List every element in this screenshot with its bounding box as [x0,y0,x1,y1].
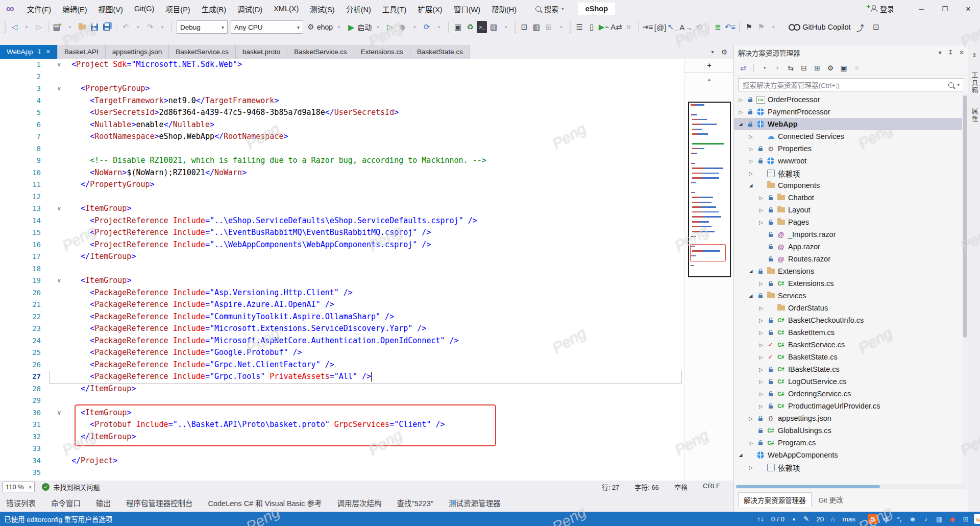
code-line-6[interactable]: 6 <Nullable>enable</Nullable> [0,119,684,131]
vertical-tab-2[interactable]: 属性 [970,108,979,123]
tree-item-Properties[interactable]: ▷⚙Properties [734,142,968,155]
tree-item-ConnectedServices[interactable]: ▷☁Connected Services [734,130,968,142]
bottom-tab-4[interactable]: 程序包管理器控制台 [126,497,193,508]
solution-name-badge[interactable]: eShop [578,3,615,15]
document-tab-8[interactable]: BasketState.cs [410,45,470,59]
pending-edits-icon[interactable]: ✎ [803,515,809,523]
tray-fox-icon[interactable]: ω [974,514,980,524]
expander-collapsed-icon[interactable]: ▷ [757,354,765,360]
expander-collapsed-icon[interactable]: ▷ [747,158,754,164]
line-indicator[interactable]: 行: 27 [602,482,620,492]
sign-in-button[interactable]: + 登录 [864,4,894,14]
terminal-icon[interactable]: >_ [477,21,487,33]
tree-item-WebApp[interactable]: ◢WebApp [734,118,968,130]
startup-project-caret-icon[interactable]: ▾ [333,21,345,33]
tree-item-ProductImageUrlProvider.cs[interactable]: ▷C#ProductImageUrlProvider.cs [734,400,968,412]
document-tab-1[interactable]: WebApp↧✕ [0,45,58,59]
menu-item-4[interactable]: Git(G) [129,0,160,17]
tree-item-[interactable]: ▷依赖项 [734,167,968,179]
search-box[interactable]: 搜索 ▾ [535,4,564,14]
code-line-2[interactable]: 2 [0,71,684,83]
document-tab-2[interactable]: Basket.API [58,45,106,59]
maximize-button[interactable]: ❐ [933,0,957,17]
expander-expanded-icon[interactable]: ◢ [737,122,744,127]
navigate-back-caret-icon[interactable]: ▾ [21,21,32,33]
expander-collapsed-icon[interactable]: ▷ [747,146,754,152]
tree-item-PaymentProcessor[interactable]: ▷PaymentProcessor [734,106,968,118]
fold-chevron-icon[interactable]: ∨ [54,59,64,71]
bottom-tab-3[interactable]: 输出 [96,497,111,508]
github-copilot-button[interactable]: GitHub Copilot ⤴ ⊡ [789,21,882,33]
code-line-16[interactable]: 16 <ProjectReference Include="..\WebAppC… [0,239,684,251]
expander-expanded-icon[interactable]: ◢ [747,269,754,274]
navigate-forward-icon[interactable]: ▷ [33,21,44,33]
restart-caret-icon[interactable]: ▾ [433,21,445,33]
new-project-caret-icon[interactable]: ▾ [64,21,76,33]
tree-item-OrderStatus[interactable]: ▷OrderStatus [734,302,968,314]
tray-punct-icon[interactable]: °, [894,514,904,524]
sync-caret-icon[interactable]: ▲ [792,516,796,521]
tree-item-GlobalUsings.cs[interactable]: C#GlobalUsings.cs [734,424,968,437]
undo-icon[interactable]: ↶ [120,21,131,33]
window-menu-icon[interactable]: ▾ [939,49,942,56]
tree-item-wwwroot[interactable]: ▷wwwroot [734,155,968,167]
tray-emoji-icon[interactable]: ☻ [908,514,918,524]
switch-views-icon[interactable]: ⇄ [738,62,749,74]
monitor-icon[interactable]: ⊡ [519,21,530,33]
suggestion-icon[interactable]: ⟲ [693,21,704,33]
git-branch-icon[interactable]: ⑂ [831,515,835,523]
vertical-tab-1[interactable]: 工具箱 [970,72,979,94]
document-tab-4[interactable]: BasketService.cs [169,45,236,59]
solution-search-input[interactable]: 搜索解决方案资源管理器(Ctrl+;) ▾ [738,78,964,91]
menu-item-13[interactable]: 窗口(W) [448,0,486,17]
menu-item-12[interactable]: 扩展(X) [412,0,448,17]
code-map-icon[interactable]: ⌗ [623,21,634,33]
startup-project-label[interactable]: ehop [317,23,333,31]
tree-item-BasketCheckoutInfo.cs[interactable]: ▷C#BasketCheckoutInfo.cs [734,314,968,326]
profiler-icon[interactable]: ♻ [464,21,476,33]
bookmark-icon[interactable]: ⚑ [743,21,754,33]
tree-item-OrderProcessor[interactable]: ▷C#OrderProcessor [734,93,968,106]
start-without-debugging-icon[interactable]: ▷ [384,21,396,33]
close-panel-icon[interactable]: ✕ [959,49,964,56]
expander-collapsed-icon[interactable]: ▷ [757,379,765,385]
bottom-tab-6[interactable]: 调用层次结构 [337,497,381,508]
document-tab-6[interactable]: BasketService.cs [287,45,354,59]
hot-reload-icon[interactable] [397,21,408,33]
expander-collapsed-icon[interactable]: ▷ [747,416,754,421]
menu-item-8[interactable]: XML(X) [268,0,304,17]
tree-item-Chatbot[interactable]: ▷Chatbot [734,192,968,204]
properties-icon[interactable]: ⚙ [825,62,836,74]
code-line-20[interactable]: 20 <PackageReference Include="Asp.Versio… [0,287,684,299]
code-line-27[interactable]: 27 <PackageReference Include="Grpc.Tools… [0,371,684,383]
expander-collapsed-icon[interactable]: ▷ [757,281,765,286]
pin-icon[interactable]: ↧ [948,49,953,56]
bookmark-caret-icon[interactable]: ▾ [768,21,779,33]
code-line-21[interactable]: 21 <PackageReference Include="Aspire.Azu… [0,299,684,311]
active-files-dropdown-icon[interactable]: ▾ [711,49,714,55]
device-list-caret-icon[interactable]: ▾ [555,21,567,33]
tree-item-WebAppComponents[interactable]: ◢WebAppComponents [734,449,968,461]
code-line-8[interactable]: 8 [0,143,684,155]
expander-collapsed-icon[interactable]: ▷ [747,440,754,446]
start-debugging-icon[interactable]: ▶ [346,21,357,33]
tree-item-Components[interactable]: ◢Components [734,179,968,192]
expander-collapsed-icon[interactable]: ▷ [747,134,754,139]
tree-item-Extensions[interactable]: ◢Extensions [734,265,968,277]
undo-caret-icon[interactable]: ▾ [132,21,143,33]
menu-item-3[interactable]: 视图(V) [93,0,129,17]
tab-close-icon[interactable]: ✕ [46,49,51,55]
document-outline-icon[interactable]: ▯ [586,21,597,33]
code-line-23[interactable]: 23 <PackageReference Include="Microsoft.… [0,323,684,335]
find-symbol-icon[interactable]: A→ [679,21,692,33]
tray-ime-icon[interactable]: ϕ [881,514,891,524]
code-line-17[interactable]: 17 </ItemGroup> [0,251,684,263]
code-line-24[interactable]: 24 <PackageReference Include="Microsoft.… [0,335,684,347]
code-editor[interactable]: 1∨<Project Sdk="Microsoft.NET.Sdk.Web">2… [0,59,733,481]
tree-item-_Imports.razor[interactable]: @_Imports.razor [734,228,968,241]
menu-item-6[interactable]: 生成(B) [196,0,232,17]
caret-navigation-icon[interactable]: ↖_ [667,21,678,33]
rename-icon[interactable]: A⇄ [610,21,622,33]
search-options-caret-icon[interactable]: ▾ [957,82,960,87]
tray-red-icon[interactable]: ◆ [947,514,958,524]
